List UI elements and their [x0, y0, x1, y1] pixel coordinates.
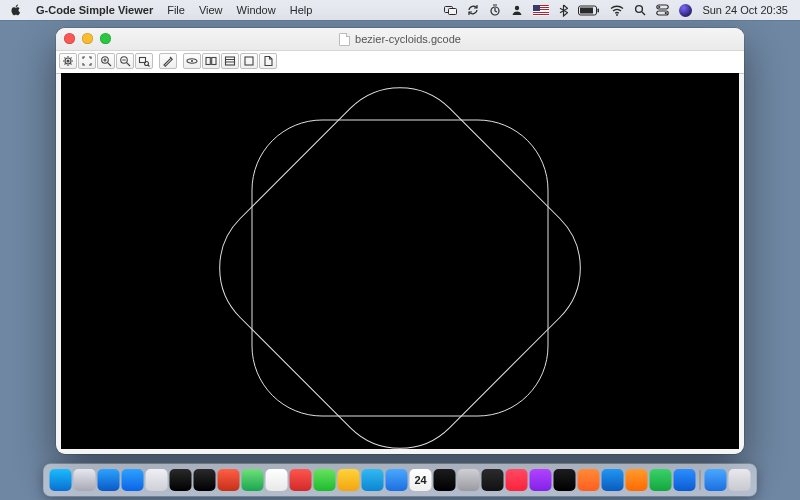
minimize-button[interactable] [82, 33, 93, 44]
dock-app-system-preferences[interactable] [458, 469, 480, 491]
spotlight-icon[interactable] [634, 4, 646, 16]
svg-point-18 [145, 62, 149, 66]
svg-rect-5 [580, 7, 593, 13]
menu-window[interactable]: Window [237, 4, 276, 16]
svg-rect-1 [449, 8, 457, 14]
wifi-icon[interactable] [610, 5, 624, 16]
measure-button[interactable] [159, 53, 177, 69]
svg-rect-6 [598, 8, 600, 12]
svg-rect-21 [206, 58, 210, 65]
dock-app-photos[interactable] [266, 469, 288, 491]
zoom-out-button[interactable] [116, 53, 134, 69]
dock-app-imessage[interactable] [314, 469, 336, 491]
dock: 24 [44, 464, 757, 496]
dock-app-pages[interactable] [626, 469, 648, 491]
dock-app-unknown-dark1[interactable] [170, 469, 192, 491]
svg-point-3 [515, 6, 519, 10]
dock-app-launchpad[interactable] [74, 469, 96, 491]
dock-divider [700, 470, 701, 490]
svg-point-20 [191, 60, 193, 62]
svg-point-12 [665, 12, 667, 14]
fit-view-button[interactable] [78, 53, 96, 69]
zoom-button[interactable] [100, 33, 111, 44]
user-icon[interactable] [511, 4, 523, 16]
app-name[interactable]: G-Code Simple Viewer [36, 4, 153, 16]
dock-app-downloads[interactable] [705, 469, 727, 491]
svg-rect-22 [212, 58, 216, 65]
menubar: G-Code Simple Viewer File View Window He… [0, 0, 800, 20]
zoom-region-button[interactable] [135, 53, 153, 69]
dock-app-music[interactable] [506, 469, 528, 491]
titlebar[interactable]: bezier-cycloids.gcode [56, 28, 744, 51]
layers-button[interactable] [221, 53, 239, 69]
dock-app-calendar[interactable]: 24 [410, 469, 432, 491]
dock-app-stocks[interactable] [434, 469, 456, 491]
dock-app-trash[interactable] [729, 469, 751, 491]
input-flag-icon[interactable] [533, 5, 549, 16]
clock[interactable]: Sun 24 Oct 20:35 [702, 4, 788, 16]
svg-point-14 [67, 60, 69, 62]
svg-rect-24 [245, 57, 253, 65]
window-title: bezier-cycloids.gcode [339, 33, 461, 46]
dock-app-xcode[interactable] [602, 469, 624, 491]
dock-app-keynote[interactable] [674, 469, 696, 491]
dock-app-mail[interactable] [386, 469, 408, 491]
document-name: bezier-cycloids.gcode [355, 33, 461, 45]
traffic-lights [64, 33, 111, 44]
orbit-button[interactable] [183, 53, 201, 69]
dock-app-finder[interactable] [50, 469, 72, 491]
dock-app-skype[interactable] [362, 469, 384, 491]
siri-icon[interactable] [679, 4, 692, 17]
control-center-icon[interactable] [656, 4, 669, 16]
menu-view[interactable]: View [199, 4, 223, 16]
bluetooth-icon[interactable] [559, 4, 568, 17]
svg-rect-17 [140, 58, 146, 63]
document-icon [339, 33, 350, 46]
dual-display-icon[interactable] [444, 5, 457, 16]
dock-app-appletv[interactable] [554, 469, 576, 491]
menubar-right: Sun 24 Oct 20:35 [444, 4, 800, 17]
timer-icon[interactable] [489, 4, 501, 16]
settings-button[interactable] [59, 53, 77, 69]
dock-app-safari[interactable] [98, 469, 120, 491]
toolbar [56, 51, 744, 74]
gcode-canvas[interactable] [61, 73, 739, 449]
menu-help[interactable]: Help [290, 4, 313, 16]
dock-app-unknown-dark2[interactable] [194, 469, 216, 491]
dock-app-unknown-grid[interactable] [146, 469, 168, 491]
page-button[interactable] [259, 53, 277, 69]
svg-rect-25 [252, 120, 548, 416]
dock-app-unknown-yellow[interactable] [338, 469, 360, 491]
close-button[interactable] [64, 33, 75, 44]
single-view-button[interactable] [240, 53, 258, 69]
dock-app-unknown-ring[interactable] [218, 469, 240, 491]
dock-app-activity-monitor[interactable] [482, 469, 504, 491]
svg-point-10 [658, 6, 660, 8]
menu-file[interactable]: File [167, 4, 185, 16]
zoom-in-button[interactable] [97, 53, 115, 69]
dock-app-app-store[interactable] [122, 469, 144, 491]
apple-menu-icon[interactable] [10, 4, 22, 16]
dual-view-button[interactable] [202, 53, 220, 69]
battery-icon[interactable] [578, 5, 600, 16]
dock-app-unknown-red[interactable] [290, 469, 312, 491]
svg-rect-23 [226, 57, 235, 65]
dock-app-podcasts[interactable] [530, 469, 552, 491]
dock-app-numbers[interactable] [650, 469, 672, 491]
svg-rect-26 [191, 73, 610, 449]
toolpath-drawing [61, 73, 739, 449]
dock-app-maps[interactable] [242, 469, 264, 491]
dock-app-books[interactable] [578, 469, 600, 491]
svg-point-7 [616, 14, 618, 16]
sync-icon[interactable] [467, 4, 479, 16]
app-window: bezier-cycloids.gcode [56, 28, 744, 454]
svg-point-8 [636, 6, 643, 13]
